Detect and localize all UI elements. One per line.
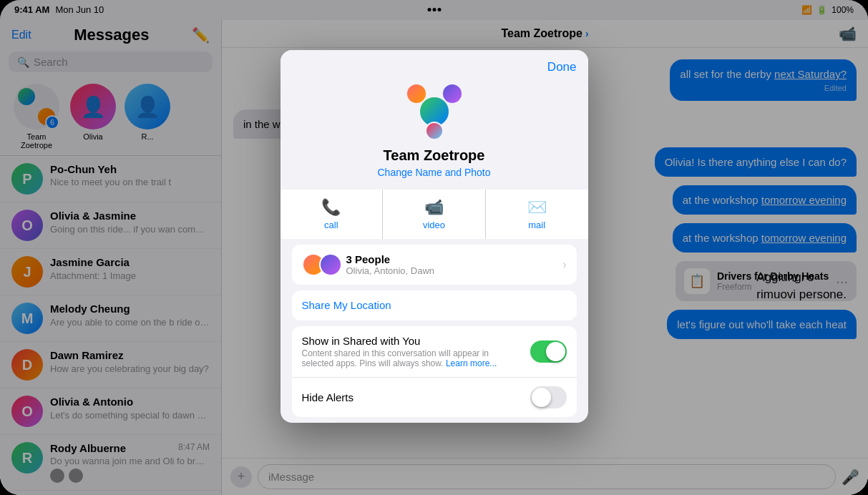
change-name-photo-link[interactable]: Change Name and Photo xyxy=(378,167,491,178)
group-avatar-small-3 xyxy=(425,122,444,140)
hide-alerts-label: Hide Alerts xyxy=(302,391,530,403)
group-avatar-cluster xyxy=(406,83,463,140)
modal-actions-bar: 📞 call 📹 video ✉️ mail xyxy=(281,190,588,239)
learn-more-link[interactable]: Learn more... xyxy=(446,358,497,368)
show-shared-label: Show in Shared with You xyxy=(302,335,523,347)
hide-alerts-toggle[interactable] xyxy=(530,386,567,408)
video-action-button[interactable]: 📹 video xyxy=(383,190,485,239)
people-count: 3 People xyxy=(346,253,556,265)
share-location-link[interactable]: Share My Location xyxy=(302,299,391,311)
settings-section: Show in Shared with You Content shared i… xyxy=(292,326,577,417)
person-avatar-2 xyxy=(319,253,342,276)
mail-label: mail xyxy=(528,220,545,230)
people-section: 3 People Olivia, Antonio, Dawn › xyxy=(292,245,577,285)
mail-icon: ✉️ xyxy=(527,198,547,217)
people-avatars xyxy=(302,253,336,276)
toggle-knob xyxy=(546,342,565,361)
modal-group-info: Team Zoetrope Change Name and Photo xyxy=(281,77,588,190)
share-location-row[interactable]: Share My Location xyxy=(292,290,577,320)
show-shared-label-group: Show in Shared with You Content shared i… xyxy=(302,335,523,368)
call-label: call xyxy=(324,220,338,230)
video-icon: 📹 xyxy=(424,198,444,217)
chevron-icon: › xyxy=(562,258,566,271)
share-location-section: Share My Location xyxy=(292,290,577,320)
hide-alerts-row: Hide Alerts xyxy=(292,378,577,417)
show-shared-row: Show in Shared with You Content shared i… xyxy=(292,326,577,378)
modal-header: Done xyxy=(281,50,588,77)
people-info: 3 People Olivia, Antonio, Dawn xyxy=(346,253,556,276)
group-info-modal: Done Team Zoetrope Change Name and Photo… xyxy=(281,50,588,423)
video-label: video xyxy=(423,220,445,230)
ipad-frame: 9:41 AM Mon Jun 10 📶 🔋 100% Edit Message… xyxy=(0,0,868,495)
phone-icon: 📞 xyxy=(321,198,341,217)
toggle-knob-alerts xyxy=(532,388,551,407)
annotation-text: Aggiungi orimuovi persone. xyxy=(756,269,847,303)
show-shared-toggle[interactable] xyxy=(530,340,567,363)
group-name: Team Zoetrope xyxy=(384,147,485,164)
people-names: Olivia, Antonio, Dawn xyxy=(346,265,556,276)
people-row[interactable]: 3 People Olivia, Antonio, Dawn › xyxy=(292,245,577,285)
show-shared-sub: Content shared in this conversation will… xyxy=(302,348,523,368)
done-button[interactable]: Done xyxy=(547,60,577,74)
mail-action-button[interactable]: ✉️ mail xyxy=(486,190,588,239)
modal-overlay: Done Team Zoetrope Change Name and Photo… xyxy=(0,0,868,495)
call-action-button[interactable]: 📞 call xyxy=(281,190,383,239)
